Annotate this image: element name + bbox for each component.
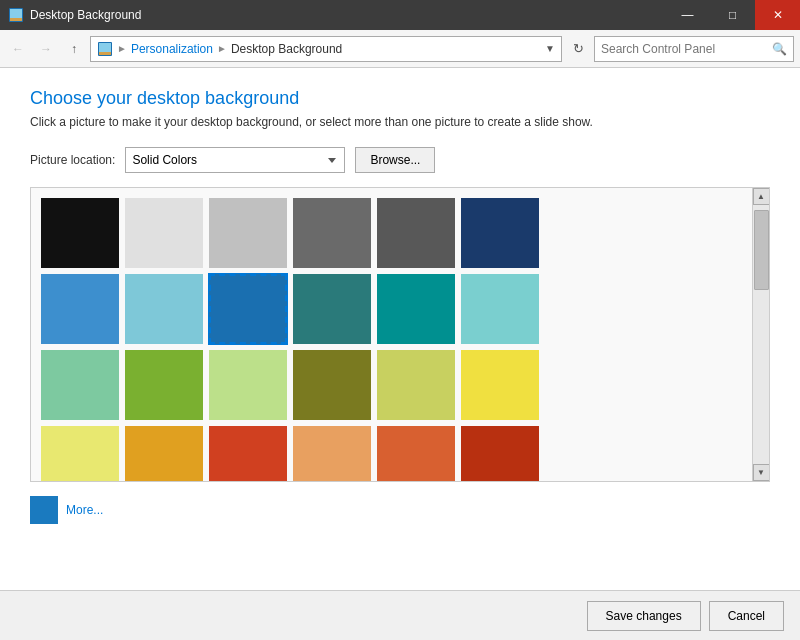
page-subtitle: Click a picture to make it your desktop … bbox=[30, 115, 770, 129]
color-swatch-2[interactable] bbox=[209, 198, 287, 268]
color-swatch-17[interactable] bbox=[461, 350, 539, 420]
color-swatch-13[interactable] bbox=[125, 350, 203, 420]
color-swatch-12[interactable] bbox=[41, 350, 119, 420]
close-button[interactable]: ✕ bbox=[755, 0, 800, 30]
color-swatch-1[interactable] bbox=[125, 198, 203, 268]
color-swatch-10[interactable] bbox=[377, 274, 455, 344]
browse-button[interactable]: Browse... bbox=[355, 147, 435, 173]
window-title: Desktop Background bbox=[30, 8, 141, 22]
color-swatch-21[interactable] bbox=[293, 426, 371, 481]
color-grid bbox=[31, 188, 752, 481]
maximize-button[interactable]: □ bbox=[710, 0, 755, 30]
svg-rect-4 bbox=[99, 43, 111, 52]
color-swatch-19[interactable] bbox=[125, 426, 203, 481]
scroll-up-arrow[interactable]: ▲ bbox=[753, 188, 770, 205]
scrollbar: ▲ ▼ bbox=[752, 188, 769, 481]
search-bar: 🔍 bbox=[594, 36, 794, 62]
color-swatch-16[interactable] bbox=[377, 350, 455, 420]
color-swatch-14[interactable] bbox=[209, 350, 287, 420]
page-title: Choose your desktop background bbox=[30, 88, 770, 109]
color-swatch-8[interactable] bbox=[209, 274, 287, 344]
color-swatch-4[interactable] bbox=[377, 198, 455, 268]
color-swatch-0[interactable] bbox=[41, 198, 119, 268]
cancel-button[interactable]: Cancel bbox=[709, 601, 784, 631]
color-swatch-23[interactable] bbox=[461, 426, 539, 481]
breadcrumb-sep-1: ► bbox=[117, 43, 127, 54]
color-grid-container: ▲ ▼ bbox=[30, 187, 770, 482]
save-changes-button[interactable]: Save changes bbox=[587, 601, 701, 631]
scroll-thumb[interactable] bbox=[754, 210, 769, 290]
color-swatch-5[interactable] bbox=[461, 198, 539, 268]
svg-rect-1 bbox=[10, 9, 22, 18]
color-swatch-6[interactable] bbox=[41, 274, 119, 344]
search-icon[interactable]: 🔍 bbox=[772, 42, 787, 56]
picture-location-select[interactable]: Solid Colors Windows Desktop Backgrounds… bbox=[125, 147, 345, 173]
color-swatch-7[interactable] bbox=[125, 274, 203, 344]
picture-location-label: Picture location: bbox=[30, 153, 115, 167]
more-row: More... bbox=[30, 496, 770, 524]
breadcrumb-current: Desktop Background bbox=[231, 42, 342, 56]
app-icon bbox=[8, 7, 24, 23]
more-color-swatch bbox=[30, 496, 58, 524]
scroll-down-arrow[interactable]: ▼ bbox=[753, 464, 770, 481]
nav-bar: ← → ↑ ► Personalization ► Desktop Backgr… bbox=[0, 30, 800, 68]
svg-rect-2 bbox=[10, 18, 22, 21]
more-colors-link[interactable]: More... bbox=[66, 503, 103, 517]
title-bar: Desktop Background — □ ✕ bbox=[0, 0, 800, 30]
color-swatch-3[interactable] bbox=[293, 198, 371, 268]
color-swatch-15[interactable] bbox=[293, 350, 371, 420]
breadcrumb: ► Personalization ► Desktop Background ▼ bbox=[90, 36, 562, 62]
window-controls: — □ ✕ bbox=[665, 0, 800, 30]
breadcrumb-dropdown-button[interactable]: ▼ bbox=[545, 43, 555, 54]
bottom-bar: Save changes Cancel bbox=[0, 590, 800, 640]
refresh-button[interactable]: ↻ bbox=[566, 37, 590, 61]
picture-location-row: Picture location: Solid Colors Windows D… bbox=[30, 147, 770, 173]
breadcrumb-sep-2: ► bbox=[217, 43, 227, 54]
main-content: Choose your desktop background Click a p… bbox=[0, 68, 800, 590]
up-button[interactable]: ↑ bbox=[62, 37, 86, 61]
color-swatch-18[interactable] bbox=[41, 426, 119, 481]
minimize-button[interactable]: — bbox=[665, 0, 710, 30]
breadcrumb-icon bbox=[97, 41, 113, 57]
title-bar-left: Desktop Background bbox=[8, 7, 141, 23]
search-input[interactable] bbox=[601, 42, 768, 56]
color-swatch-22[interactable] bbox=[377, 426, 455, 481]
back-button[interactable]: ← bbox=[6, 37, 30, 61]
color-swatch-11[interactable] bbox=[461, 274, 539, 344]
svg-rect-5 bbox=[99, 52, 111, 55]
color-swatch-9[interactable] bbox=[293, 274, 371, 344]
scroll-track bbox=[753, 205, 770, 464]
color-swatch-20[interactable] bbox=[209, 426, 287, 481]
forward-button[interactable]: → bbox=[34, 37, 58, 61]
breadcrumb-personalization[interactable]: Personalization bbox=[131, 42, 213, 56]
